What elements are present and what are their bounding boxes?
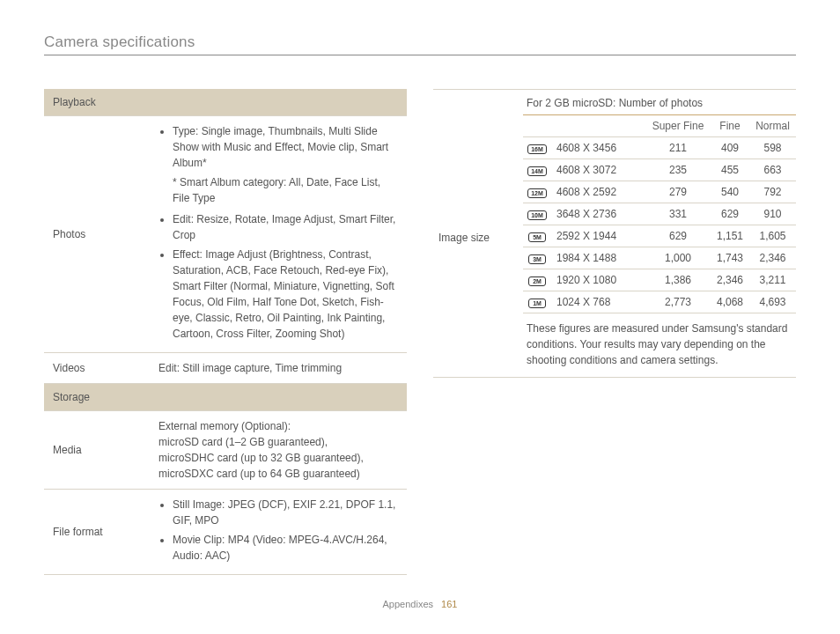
superfine-cell: 1,386 xyxy=(645,269,711,291)
spec-table: Playback Photos Type: Single image, Thum… xyxy=(44,89,407,575)
spec-label: Media xyxy=(44,411,150,490)
superfine-cell: 211 xyxy=(645,137,711,159)
normal-cell: 1,605 xyxy=(749,225,796,247)
superfine-cell: 1,000 xyxy=(645,247,711,269)
col-header-normal: Normal xyxy=(749,115,796,137)
spec-value: Type: Single image, Thumbnails, Multi Sl… xyxy=(150,116,407,353)
spec-row-photos: Photos Type: Single image, Thumbnails, M… xyxy=(44,116,407,353)
mp-icon-cell: 3M xyxy=(523,247,551,269)
image-size-footnote: These figures are measured under Samsung… xyxy=(523,313,796,368)
normal-cell: 910 xyxy=(749,203,796,225)
table-row: 2M1920 X 10801,3862,3463,211 xyxy=(523,269,796,291)
spec-value: Still Image: JPEG (DCF), EXIF 2.21, DPOF… xyxy=(150,490,407,575)
footer-section: Appendixes xyxy=(383,599,434,609)
mp-icon-cell: 16M xyxy=(523,137,551,159)
normal-cell: 792 xyxy=(749,181,796,203)
text-line: External memory (Optional): xyxy=(158,418,398,434)
resolution-cell: 1984 X 1488 xyxy=(551,247,645,269)
table-row: 16M4608 X 3456211409598 xyxy=(523,137,796,159)
resolution-cell: 1920 X 1080 xyxy=(551,269,645,291)
normal-cell: 2,346 xyxy=(749,247,796,269)
text-line: microSD card (1–2 GB guaranteed), xyxy=(158,434,398,450)
table-row: 12M4608 X 2592279540792 xyxy=(523,181,796,203)
resolution-cell: 2592 X 1944 xyxy=(551,225,645,247)
table-row: 10M3648 X 2736331629910 xyxy=(523,203,796,225)
normal-cell: 598 xyxy=(749,137,796,159)
resolution-cell: 4608 X 2592 xyxy=(551,181,645,203)
spec-label: Photos xyxy=(44,116,150,353)
fine-cell: 4,068 xyxy=(711,291,749,313)
fine-cell: 409 xyxy=(711,137,749,159)
text-line: microSDXC card (up to 64 GB guaranteed) xyxy=(158,466,398,482)
megapixel-icon: 14M xyxy=(527,166,547,176)
table-row: 14M4608 X 3072235455663 xyxy=(523,159,796,181)
spec-row-media: Media External memory (Optional): microS… xyxy=(44,411,407,490)
superfine-cell: 629 xyxy=(645,225,711,247)
section-header-label: Playback xyxy=(44,89,407,116)
image-size-caption: For 2 GB microSD: Number of photos xyxy=(523,95,796,115)
page-number: 161 xyxy=(441,599,457,609)
mp-icon-cell: 14M xyxy=(523,159,551,181)
spec-row-fileformat: File format Still Image: JPEG (DCF), EXI… xyxy=(44,490,407,575)
section-header-playback: Playback xyxy=(44,89,407,116)
bullet: Edit: Resize, Rotate, Image Adjust, Smar… xyxy=(173,211,398,243)
mp-icon-cell: 10M xyxy=(523,203,551,225)
resolution-cell: 4608 X 3072 xyxy=(551,159,645,181)
normal-cell: 663 xyxy=(749,159,796,181)
normal-cell: 4,693 xyxy=(749,291,796,313)
left-column: Playback Photos Type: Single image, Thum… xyxy=(44,89,407,575)
megapixel-icon: 2M xyxy=(528,276,546,286)
superfine-cell: 235 xyxy=(645,159,711,181)
bullet: Effect: Image Adjust (Brightness, Contra… xyxy=(173,247,398,342)
col-header-empty xyxy=(523,115,645,137)
bullet: Type: Single image, Thumbnails, Multi Sl… xyxy=(173,123,398,171)
spec-label: Videos xyxy=(44,353,150,384)
page-footer: Appendixes 161 xyxy=(0,599,840,609)
superfine-cell: 279 xyxy=(645,181,711,203)
spec-value: External memory (Optional): microSD card… xyxy=(150,411,407,490)
fine-cell: 1,743 xyxy=(711,247,749,269)
normal-cell: 3,211 xyxy=(749,269,796,291)
spec-label: File format xyxy=(44,490,150,575)
megapixel-icon: 12M xyxy=(527,188,547,198)
spec-row-videos: Videos Edit: Still image capture, Time t… xyxy=(44,353,407,384)
fine-cell: 1,151 xyxy=(711,225,749,247)
image-size-table: Super Fine Fine Normal 16M4608 X 3456211… xyxy=(523,115,796,313)
section-header-storage: Storage xyxy=(44,384,407,411)
megapixel-icon: 3M xyxy=(528,254,546,264)
superfine-cell: 2,773 xyxy=(645,291,711,313)
megapixel-icon: 1M xyxy=(528,299,546,308)
table-row: 5M2592 X 19446291,1511,605 xyxy=(523,225,796,247)
mp-icon-cell: 1M xyxy=(523,291,551,313)
superfine-cell: 331 xyxy=(645,203,711,225)
mp-icon-cell: 2M xyxy=(523,269,551,291)
section-header-label: Storage xyxy=(44,384,407,411)
bullet: Movie Clip: MP4 (Video: MPEG-4.AVC/H.264… xyxy=(173,532,398,564)
fine-cell: 540 xyxy=(711,181,749,203)
col-header-superfine: Super Fine xyxy=(645,115,711,137)
resolution-cell: 3648 X 2736 xyxy=(551,203,645,225)
fine-cell: 2,346 xyxy=(711,269,749,291)
table-header-row: Super Fine Fine Normal xyxy=(523,115,796,137)
mp-icon-cell: 5M xyxy=(523,225,551,247)
megapixel-icon: 16M xyxy=(527,144,547,154)
image-size-label: Image size xyxy=(433,90,523,377)
fine-cell: 455 xyxy=(711,159,749,181)
bullet: Still Image: JPEG (DCF), EXIF 2.21, DPOF… xyxy=(173,497,398,528)
right-column: Image size For 2 GB microSD: Number of p… xyxy=(433,89,796,575)
text-line: microSDHC card (up to 32 GB guaranteed), xyxy=(158,450,398,466)
fine-cell: 629 xyxy=(711,203,749,225)
spec-value: Edit: Still image capture, Time trimming xyxy=(150,353,407,384)
megapixel-icon: 5M xyxy=(528,232,546,242)
megapixel-icon: 10M xyxy=(527,210,547,220)
page-title: Camera specifications xyxy=(44,33,796,55)
resolution-cell: 1024 X 768 xyxy=(551,291,645,313)
table-row: 3M1984 X 14881,0001,7432,346 xyxy=(523,247,796,269)
sub-note: * Smart Album category: All, Date, Face … xyxy=(158,174,398,206)
resolution-cell: 4608 X 3456 xyxy=(551,137,645,159)
col-header-fine: Fine xyxy=(711,115,749,137)
mp-icon-cell: 12M xyxy=(523,181,551,203)
table-row: 1M1024 X 7682,7734,0684,693 xyxy=(523,291,796,313)
